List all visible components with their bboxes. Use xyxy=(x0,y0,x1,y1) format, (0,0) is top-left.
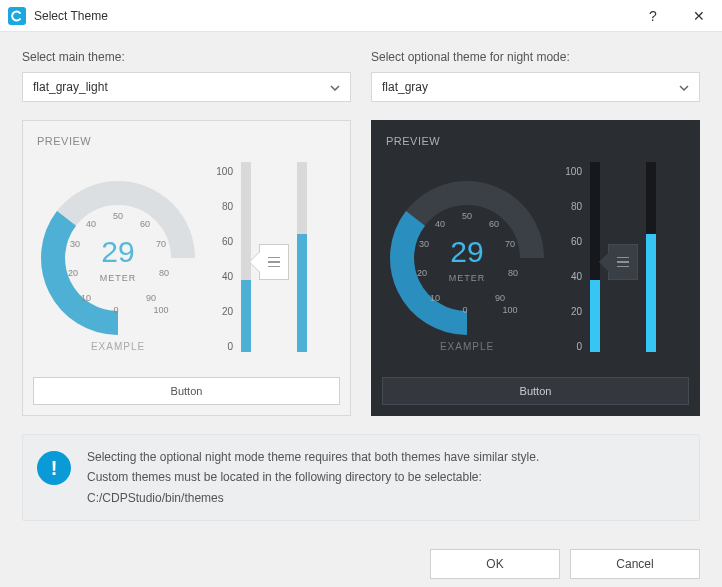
svg-text:0: 0 xyxy=(462,305,467,315)
bar-scale: 100 80 60 40 20 0 xyxy=(560,162,582,362)
info-box: ! Selecting the optional night mode them… xyxy=(22,434,700,521)
window-title: Select Theme xyxy=(34,9,630,23)
stepper-control[interactable] xyxy=(259,244,289,280)
ok-button[interactable]: OK xyxy=(430,549,560,579)
footer-buttons: OK Cancel xyxy=(0,539,722,587)
stepper-control[interactable] xyxy=(608,244,638,280)
night-theme-dropdown[interactable]: flat_gray xyxy=(371,72,700,102)
main-theme-column: Select main theme: flat_gray_light PREVI… xyxy=(22,50,351,416)
preview-button[interactable]: Button xyxy=(33,377,340,405)
gauge-meter: 0 10 20 30 40 50 60 70 80 90 100 xyxy=(33,173,203,352)
preview-button[interactable]: Button xyxy=(382,377,689,405)
bar-indicator-2 xyxy=(646,162,656,362)
gauge-label: METER xyxy=(382,273,552,283)
night-theme-value: flat_gray xyxy=(382,80,428,94)
svg-text:60: 60 xyxy=(140,219,150,229)
svg-text:40: 40 xyxy=(435,219,445,229)
preview-header: PREVIEW xyxy=(37,135,338,147)
night-theme-label: Select optional theme for night mode: xyxy=(371,50,700,64)
svg-text:40: 40 xyxy=(86,219,96,229)
gauge-label: METER xyxy=(33,273,203,283)
chevron-down-icon xyxy=(330,80,340,94)
night-preview-panel: PREVIEW 0 10 20 30 40 50 60 xyxy=(371,120,700,416)
main-theme-value: flat_gray_light xyxy=(33,80,108,94)
bar-scale: 100 80 60 40 20 0 xyxy=(211,162,233,362)
preview-header: PREVIEW xyxy=(386,135,687,147)
svg-text:10: 10 xyxy=(81,293,91,303)
svg-text:90: 90 xyxy=(146,293,156,303)
help-button[interactable]: ? xyxy=(630,0,676,32)
svg-text:10: 10 xyxy=(430,293,440,303)
svg-text:60: 60 xyxy=(489,219,499,229)
chevron-down-icon xyxy=(679,80,689,94)
main-theme-dropdown[interactable]: flat_gray_light xyxy=(22,72,351,102)
svg-text:50: 50 xyxy=(462,211,472,221)
night-theme-column: Select optional theme for night mode: fl… xyxy=(371,50,700,416)
svg-text:50: 50 xyxy=(113,211,123,221)
svg-text:0: 0 xyxy=(113,305,118,315)
content-area: Select main theme: flat_gray_light PREVI… xyxy=(0,32,722,416)
main-theme-label: Select main theme: xyxy=(22,50,351,64)
cancel-button[interactable]: Cancel xyxy=(570,549,700,579)
svg-text:100: 100 xyxy=(502,305,517,315)
bar-indicator-2 xyxy=(297,162,307,362)
main-preview-panel: PREVIEW 0 10 20 30 40 50 60 xyxy=(22,120,351,416)
gauge-value: 29 xyxy=(382,235,552,269)
gauge-meter: 0 10 20 30 40 50 60 70 80 90 100 xyxy=(382,173,552,352)
svg-text:90: 90 xyxy=(495,293,505,303)
info-icon: ! xyxy=(37,451,71,485)
title-bar: Select Theme ? ✕ xyxy=(0,0,722,32)
app-icon xyxy=(8,7,26,25)
gauge-value: 29 xyxy=(33,235,203,269)
info-text: Selecting the optional night mode theme … xyxy=(87,447,539,508)
svg-text:100: 100 xyxy=(153,305,168,315)
close-button[interactable]: ✕ xyxy=(676,0,722,32)
